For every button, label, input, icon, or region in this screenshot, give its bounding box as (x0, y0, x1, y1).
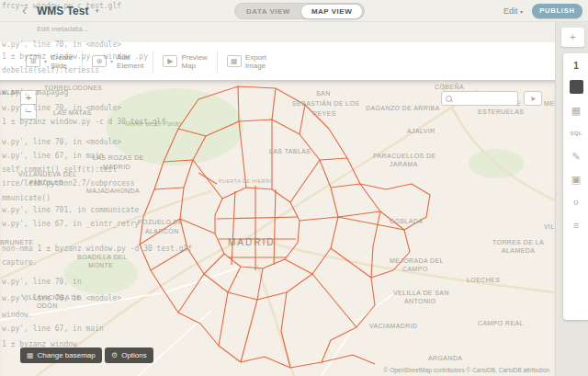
chevron-down-icon: ▾ (44, 58, 47, 64)
map-label: ARGANDA (428, 355, 462, 361)
add-layer-button[interactable]: + (561, 28, 584, 47)
basemap-grid-icon: ▦ (27, 351, 34, 359)
slides-icon: ⊞ (26, 55, 40, 67)
toolbar-divider (82, 51, 83, 73)
table-icon[interactable]: ▦ (571, 105, 581, 116)
legend-icon[interactable]: ≡ (573, 220, 579, 231)
map-label: MADRID (103, 164, 130, 170)
create-slide-button-label: CreateSlide (51, 53, 73, 70)
map-label: MAJADAHONDA (86, 188, 140, 194)
preview-icon: ▶ (163, 55, 177, 67)
map-label: REYES (312, 110, 336, 117)
zoom-in-button[interactable]: + (20, 90, 37, 105)
map-label: SEBASTIÁN DE LOS (292, 100, 359, 107)
preview-map-button-label: PreviewMap (181, 53, 207, 70)
map-label: MECO (544, 100, 555, 107)
map-label: VACIAMADRID (369, 323, 418, 329)
zoom-out-button[interactable]: − (20, 105, 37, 120)
map-label: MADRID (228, 237, 275, 247)
map-canvas[interactable]: TORRELODONESGALAPAGARLAS MATASSANSEBASTI… (0, 81, 555, 376)
add-element-button-label: AddElement (117, 53, 143, 70)
layer-number[interactable]: 1 (573, 61, 579, 71)
map-label: LOECHES (467, 277, 500, 283)
layer-panel: 1 ▦SQL✎▣{}≡ (563, 53, 588, 320)
map-label: VELILLA DE SAN (393, 290, 449, 296)
options-label: Options (121, 351, 147, 359)
map-label: ANTONIO (404, 298, 436, 304)
map-label: LAS ROZAS DE (93, 154, 144, 161)
options-button[interactable]: ⚙Options (105, 348, 153, 363)
sql-icon[interactable]: SQL (570, 128, 582, 139)
map-label: JARAMA (390, 161, 418, 167)
map-label: CAMPO REAL (478, 320, 524, 326)
map-label: Monte de El Pardo (125, 120, 181, 127)
change-basemap-label: Change basemap (38, 351, 96, 359)
title-dropdown-caret-icon[interactable]: ▾ (96, 7, 99, 15)
map-label: POZUELO DE (138, 219, 183, 225)
chevron-down-icon: ▾ (520, 9, 523, 15)
change-basemap-button[interactable]: ▦Change basemap (20, 348, 102, 363)
tab-map-view[interactable]: MAP VIEW (300, 4, 363, 19)
layers-rail: + 1 ▦SQL✎▣{}≡ (555, 22, 588, 376)
geolocate-button[interactable]: ➤ (524, 91, 542, 106)
toolbar-divider (217, 51, 218, 73)
map-label: TORRELODONES (44, 85, 102, 91)
toolbar-divider (153, 51, 153, 73)
map-search-box (441, 91, 518, 106)
map-label: COSLADA (390, 218, 423, 224)
tab-data-view[interactable]: DATA VIEW (236, 5, 300, 18)
cartodb-editor-window: ‹ WMS Test ▾ DATA VIEW MAP VIEW Edit ▾ P… (0, 0, 588, 376)
view-toggle: DATA VIEW MAP VIEW (234, 3, 365, 19)
infowindow-icon[interactable]: ▣ (571, 174, 581, 185)
map-label: COBEÑA (435, 84, 464, 90)
map-label: PARACUELLOS DE (373, 153, 436, 159)
map-label: LAS TABLAS (269, 148, 311, 154)
edit-label: Edit (503, 6, 518, 16)
map-label: ALARCÓN (145, 228, 179, 234)
map-label: DAGANZO DE ARRIBA (366, 105, 440, 111)
search-icon (446, 96, 452, 102)
create-slide-button[interactable]: ⊞▾CreateSlide (26, 53, 73, 70)
map-label: MEJORADA DEL (390, 257, 444, 264)
map-label: AJALVIR (407, 128, 435, 134)
map-label: VILLALBILLA (544, 223, 555, 230)
search-input[interactable] (455, 95, 510, 103)
map-label: CAMPO (402, 266, 428, 272)
map-label: MONTE (88, 262, 113, 268)
edit-dropdown[interactable]: Edit ▾ (503, 6, 523, 16)
export-image-icon: ▦ (227, 55, 242, 67)
chevron-down-icon: ▾ (110, 58, 113, 64)
header: ‹ WMS Test ▾ DATA VIEW MAP VIEW Edit ▾ P… (0, 0, 588, 22)
map-label: TORRES DE LA (492, 239, 544, 245)
gear-icon: ⚙ (111, 351, 118, 359)
map-attribution[interactable]: © OpenStreetMap contributors © CartoDB, … (384, 367, 549, 373)
map-label: PARDILLO (29, 179, 63, 186)
map-label: VILLANUEVA DEL (18, 171, 76, 177)
map-label: SAN (316, 90, 331, 97)
cartocss-icon[interactable]: {} (573, 197, 578, 208)
map-label: ODÓN (37, 302, 58, 309)
style-wizard-icon[interactable]: ✎ (571, 151, 580, 162)
district-boundaries-layer (0, 81, 555, 376)
export-image-button[interactable]: ▦ExportImage (227, 53, 266, 70)
add-element-icon: ⊕ (92, 55, 107, 67)
export-image-button-label: ExportImage (245, 53, 266, 70)
map-label: LAS MATAS (53, 109, 92, 116)
map-label: BRUNETE (0, 239, 33, 245)
map-label: VILLAVICIOSA DE (22, 294, 81, 301)
visualization-title[interactable]: WMS Test (37, 5, 88, 17)
back-button[interactable]: ‹ (22, 2, 27, 17)
edit-metadata-link[interactable]: Edit metadata... (37, 25, 88, 33)
preview-map-button[interactable]: ▶PreviewMap (163, 53, 207, 70)
publish-button[interactable]: PUBLISH (532, 4, 582, 18)
map-label: PUERTA DE HIERRO (219, 178, 274, 184)
map-label: ESTERUELAS (478, 108, 524, 115)
slides-toolbar: ⊞▾CreateSlide⊕▾AddElement▶PreviewMap▦Exp… (0, 42, 555, 81)
add-element-button[interactable]: ⊕▾AddElement (92, 53, 143, 70)
basemap-swatch[interactable] (570, 80, 583, 94)
zoom-control: + − (20, 90, 37, 120)
map-label: ALAMEDA (502, 247, 535, 254)
map-label: BOADILLA DEL (77, 254, 127, 260)
